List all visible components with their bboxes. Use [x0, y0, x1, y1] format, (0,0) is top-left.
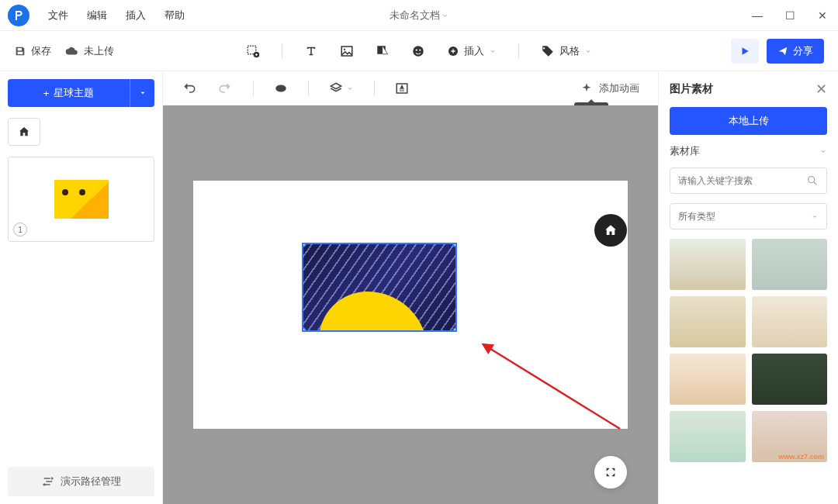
svg-line-11 — [488, 347, 620, 429]
svg-point-6 — [416, 49, 417, 50]
svg-point-7 — [419, 49, 421, 50]
annotation-arrow — [480, 343, 635, 437]
asset-item[interactable] — [752, 239, 828, 290]
resize-handle-tr[interactable] — [452, 243, 457, 247]
add-animation-button[interactable]: 添加动画 — [580, 81, 639, 95]
home-icon — [604, 223, 618, 237]
search-icon[interactable] — [806, 174, 819, 187]
redo-button[interactable] — [217, 81, 233, 96]
square-plus-icon[interactable] — [246, 44, 260, 58]
document-title[interactable]: 未命名文档 — [390, 9, 449, 22]
thumbnail-image — [54, 180, 109, 219]
resize-handle-bl[interactable] — [302, 327, 306, 332]
slide-number: 1 — [13, 223, 27, 236]
main-toolbar: 保存 未上传 插入 风格 分享 — [0, 31, 838, 71]
asset-item[interactable] — [670, 354, 746, 405]
plus-circle-icon — [447, 45, 459, 57]
asset-grid: www.xz7.com — [670, 239, 827, 462]
canvas-home-button[interactable] — [594, 214, 627, 247]
asset-item[interactable] — [752, 296, 828, 347]
window-minimize[interactable]: — — [748, 9, 767, 22]
chevron-down-icon — [819, 147, 827, 155]
window-maximize[interactable]: ☐ — [781, 9, 799, 22]
insert-dropdown[interactable]: 插入 — [447, 44, 497, 58]
svg-point-3 — [344, 48, 345, 50]
theme-button[interactable]: + 星球主题 — [8, 79, 130, 107]
svg-point-5 — [413, 46, 424, 57]
play-icon — [739, 46, 750, 57]
selected-image[interactable] — [302, 243, 457, 332]
plus-icon: + — [43, 88, 50, 99]
asset-search[interactable] — [670, 167, 827, 194]
send-icon — [777, 46, 788, 57]
menu-insert[interactable]: 插入 — [116, 4, 155, 27]
icon-tool-button[interactable] — [395, 81, 409, 95]
asset-item[interactable] — [670, 296, 746, 347]
panel-close[interactable]: ✕ — [815, 81, 827, 98]
fill-color-button[interactable] — [274, 81, 288, 95]
sparkle-icon — [580, 82, 593, 95]
route-icon — [42, 475, 54, 488]
asset-item[interactable] — [752, 354, 828, 405]
asset-item[interactable] — [670, 411, 746, 462]
style-dropdown[interactable]: 风格 — [541, 44, 592, 58]
chevron-down-icon — [442, 12, 449, 19]
rotate-handle[interactable] — [455, 243, 457, 246]
menubar: 文件 编辑 插入 帮助 未命名文档 — ☐ ✕ — [0, 0, 838, 31]
canvas-area: 添加动画 图标 — [163, 71, 658, 504]
left-sidebar: + 星球主题 1 演示路径管理 — [0, 71, 163, 504]
watermark-text: www.xz7.com — [778, 453, 824, 461]
canvas-toolbar: 添加动画 图标 — [163, 71, 658, 105]
undo-button[interactable] — [182, 81, 197, 96]
cloud-icon — [65, 44, 79, 58]
path-manager-button[interactable]: 演示路径管理 — [8, 467, 154, 496]
shape-icon[interactable] — [376, 44, 390, 58]
resize-handle-br[interactable] — [452, 327, 457, 332]
resize-handle-tl[interactable] — [302, 243, 306, 247]
window-close[interactable]: ✕ — [813, 9, 832, 22]
chevron-down-icon — [811, 212, 819, 220]
slide-thumbnail[interactable]: 1 — [8, 157, 154, 242]
asset-item[interactable]: www.xz7.com — [752, 411, 828, 462]
svg-point-9 — [275, 85, 286, 91]
library-toggle[interactable]: 素材库 — [670, 144, 827, 158]
canvas-viewport[interactable] — [163, 105, 658, 504]
right-panel: 图片素材 ✕ 本地上传 素材库 所有类型 www.xz7.com — [658, 71, 838, 504]
text-icon[interactable] — [304, 44, 318, 58]
asset-item[interactable] — [670, 239, 746, 290]
chevron-down-icon — [346, 85, 354, 92]
play-button[interactable] — [731, 39, 759, 64]
emoji-icon[interactable] — [411, 44, 425, 58]
share-button[interactable]: 分享 — [767, 39, 824, 64]
home-icon — [18, 126, 30, 138]
canvas-expand-button[interactable] — [594, 456, 627, 488]
panel-title: 图片素材 — [670, 82, 713, 96]
asset-type-filter[interactable]: 所有类型 — [670, 203, 827, 230]
image-icon[interactable] — [340, 44, 354, 58]
home-thumb-button[interactable] — [8, 118, 40, 146]
search-input[interactable] — [678, 175, 806, 186]
save-icon — [14, 45, 26, 57]
menu-help[interactable]: 帮助 — [155, 4, 194, 27]
svg-point-12 — [809, 177, 815, 183]
expand-icon — [604, 466, 617, 478]
chevron-down-icon — [584, 47, 592, 55]
chevron-down-icon — [489, 47, 497, 55]
upload-status[interactable]: 未上传 — [65, 44, 114, 58]
menu-file[interactable]: 文件 — [39, 4, 78, 27]
menu-edit[interactable]: 编辑 — [78, 4, 116, 27]
caret-down-icon — [139, 89, 147, 97]
layer-button[interactable] — [329, 81, 354, 95]
local-upload-button[interactable]: 本地上传 — [670, 107, 827, 135]
save-button[interactable]: 保存 — [14, 44, 51, 58]
app-logo[interactable] — [8, 5, 29, 26]
slide-canvas[interactable] — [193, 181, 628, 429]
theme-dropdown[interactable] — [130, 79, 154, 107]
tag-icon — [541, 44, 555, 58]
